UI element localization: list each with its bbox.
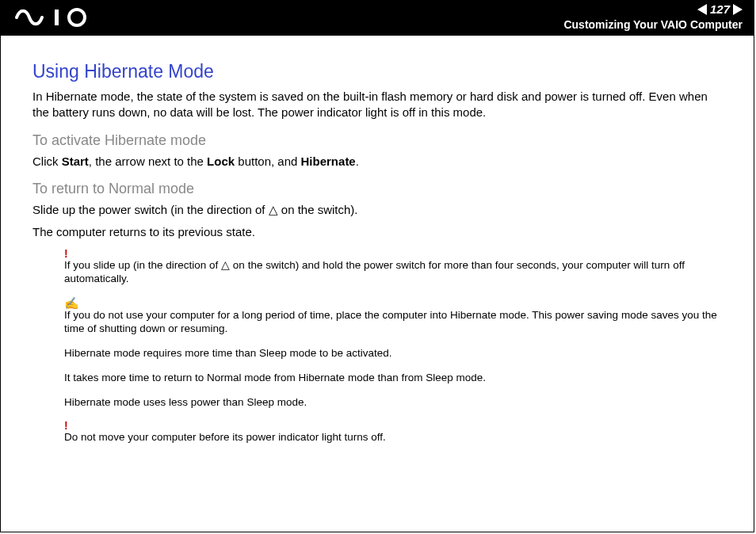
warning-text-1: If you slide up (in the direction of △ o…: [64, 259, 722, 286]
svg-marker-3: [733, 4, 743, 15]
section-activate-text: Click Start, the arrow next to the Lock …: [32, 154, 722, 170]
section-return-text2: The computer returns to its previous sta…: [32, 224, 722, 240]
page-content: Using Hibernate Mode In Hibernate mode, …: [1, 36, 754, 444]
warning-icon: !: [64, 248, 722, 259]
svg-point-1: [69, 10, 85, 25]
intro-paragraph: In Hibernate mode, the state of the syst…: [32, 89, 722, 121]
section-breadcrumb: Customizing Your VAIO Computer: [563, 18, 743, 31]
page-navigator: 127: [697, 2, 743, 16]
tip-text-2: Hibernate mode requires more time than S…: [64, 347, 722, 360]
tip-text-4: Hibernate mode uses less power than Slee…: [64, 396, 722, 410]
warning-icon: !: [64, 420, 722, 431]
prev-page-arrow-icon[interactable]: [697, 4, 707, 15]
section-return-title: To return to Normal mode: [32, 181, 722, 197]
notes-block: ! If you slide up (in the direction of △…: [64, 248, 722, 444]
section-activate-title: To activate Hibernate mode: [32, 132, 722, 149]
tip-text-1: If you do not use your computer for a lo…: [64, 309, 722, 336]
tip-icon: ✍: [64, 297, 722, 309]
svg-marker-2: [697, 4, 707, 15]
page-title: Using Hibernate Mode: [32, 61, 722, 82]
page-number: 127: [710, 2, 730, 16]
section-return-text1: Slide up the power switch (in the direct…: [32, 202, 722, 218]
svg-rect-0: [55, 10, 59, 25]
vaio-logo: [15, 7, 102, 31]
warning-text-2: Do not move your computer before its pow…: [64, 431, 722, 444]
tip-text-3: It takes more time to return to Normal m…: [64, 372, 722, 385]
next-page-arrow-icon[interactable]: [733, 4, 743, 15]
header-bar: 127 Customizing Your VAIO Computer: [1, 1, 754, 36]
